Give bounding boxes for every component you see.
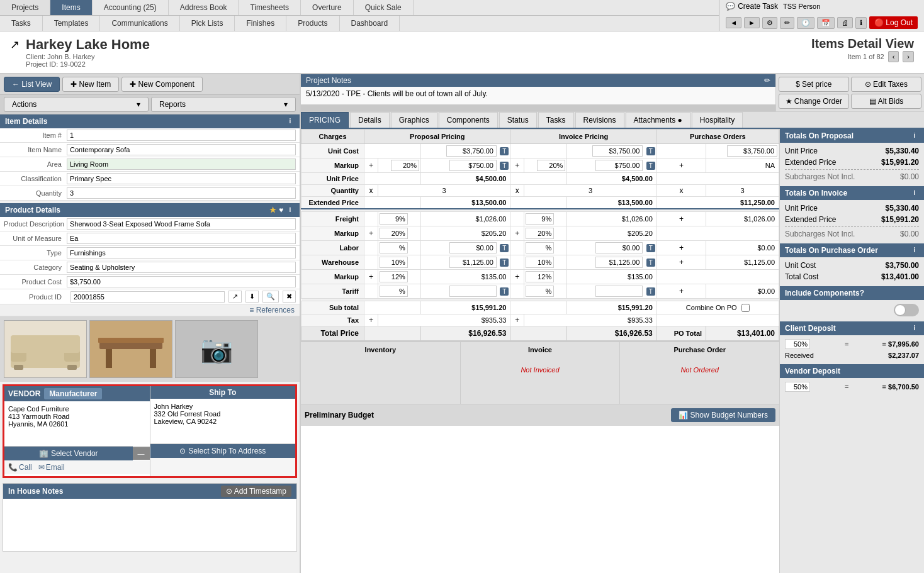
- settings-icon[interactable]: ⚙: [762, 17, 777, 29]
- tab-components[interactable]: Components: [439, 112, 498, 128]
- tab-attachments[interactable]: Attachments ●: [626, 112, 690, 128]
- alt-bids-button[interactable]: ▤ Alt Bids: [851, 94, 921, 109]
- tariff-pct-proposal[interactable]: [380, 286, 408, 297]
- select-ship-address-button[interactable]: ⊙ ⊙ Select Ship To Address Select Ship T…: [150, 444, 296, 458]
- product-search-icon[interactable]: ↗: [228, 291, 242, 303]
- classification-input[interactable]: [67, 173, 296, 184]
- t-badge-labor-p[interactable]: T: [500, 244, 509, 252]
- freight-markup-pct-proposal[interactable]: [380, 228, 408, 239]
- select-vendor-button[interactable]: 🏢 🏢 Select Vendor Select Vendor: [4, 447, 133, 460]
- heart-icon[interactable]: ♥: [279, 206, 283, 214]
- vendor-deposit-pct-input[interactable]: [785, 382, 810, 392]
- tariff-pct-invoice[interactable]: [526, 286, 554, 297]
- tab-graphics[interactable]: Graphics: [391, 112, 437, 128]
- wh-markup-pct-proposal[interactable]: [380, 271, 408, 282]
- unit-cost-invoice[interactable]: [592, 145, 643, 157]
- t-badge-invoice-cost[interactable]: T: [646, 147, 655, 155]
- t-badge-wh-p[interactable]: T: [500, 259, 509, 267]
- tab-details[interactable]: Details: [350, 112, 390, 128]
- t-badge-wh-i[interactable]: T: [646, 259, 655, 267]
- new-item-button[interactable]: ✚ New Item: [62, 77, 119, 92]
- labor-val-proposal[interactable]: [449, 242, 497, 253]
- nav-tab-items[interactable]: Items: [50, 0, 92, 15]
- external-link-icon[interactable]: ↗: [10, 38, 20, 52]
- nav-tab-overture[interactable]: Overture: [301, 0, 354, 15]
- in-house-notes-textarea[interactable]: [3, 499, 296, 549]
- product-description-input[interactable]: [67, 218, 296, 230]
- star-icon[interactable]: ★: [269, 206, 276, 214]
- labor-pct-invoice[interactable]: [526, 242, 554, 253]
- area-input[interactable]: [67, 159, 296, 170]
- email-link[interactable]: ✉ ✉ Email Email: [38, 463, 65, 472]
- proposal-totals-info-icon[interactable]: i: [910, 131, 919, 140]
- labor-pct-proposal[interactable]: [380, 242, 408, 253]
- nav-tab-projects[interactable]: Projects: [0, 0, 50, 15]
- product-info-icon[interactable]: i: [286, 206, 295, 214]
- markup-pct-proposal[interactable]: [391, 160, 419, 171]
- freight-pct-proposal[interactable]: [380, 213, 408, 225]
- pencil-icon[interactable]: ✏: [780, 17, 794, 29]
- product-cost-input[interactable]: [67, 276, 296, 287]
- show-budget-numbers-button[interactable]: 📊 📊 Show Budget Numbers Show Budget Numb…: [671, 408, 775, 422]
- create-task-button[interactable]: 💬 💬 Create Task Create Task: [726, 2, 778, 11]
- tab-pricing[interactable]: PRICING: [301, 112, 349, 128]
- product-clear-icon[interactable]: ✖: [283, 291, 296, 303]
- t-badge-proposal-cost[interactable]: T: [500, 147, 509, 155]
- markup-val-invoice[interactable]: [595, 160, 643, 171]
- calendar-icon[interactable]: 📅: [817, 17, 835, 29]
- client-deposit-info-icon[interactable]: i: [910, 324, 919, 333]
- t-badge-markup-i[interactable]: T: [646, 162, 655, 170]
- wh-markup-pct-invoice[interactable]: [526, 271, 554, 282]
- tab-tasks[interactable]: Tasks: [538, 112, 574, 128]
- markup-pct-invoice[interactable]: [537, 160, 565, 171]
- edit-taxes-button[interactable]: ⊙ Edit Taxes: [851, 77, 921, 92]
- tab-status[interactable]: Status: [499, 112, 537, 128]
- invoice-totals-info-icon[interactable]: i: [910, 189, 919, 197]
- print-icon[interactable]: 🖨: [837, 17, 853, 28]
- labor-val-invoice[interactable]: [595, 242, 643, 253]
- nav-tab-communications[interactable]: Communications: [100, 16, 179, 31]
- t-badge-tariff-i[interactable]: T: [646, 287, 655, 296]
- include-components-toggle[interactable]: [894, 304, 919, 316]
- info-icon-nav[interactable]: ℹ: [855, 17, 867, 29]
- quantity-input[interactable]: [67, 187, 296, 199]
- unit-of-measure-input[interactable]: [67, 233, 296, 244]
- product-id-input[interactable]: [70, 291, 225, 303]
- category-input[interactable]: [67, 262, 296, 273]
- product-zoom-icon[interactable]: 🔍: [262, 291, 279, 303]
- freight-markup-pct-invoice[interactable]: [526, 228, 554, 239]
- unit-cost-proposal[interactable]: [446, 145, 497, 157]
- markup-val-proposal[interactable]: [449, 160, 497, 171]
- freight-pct-invoice[interactable]: [526, 213, 554, 225]
- nav-prev-icon[interactable]: ◄: [726, 17, 741, 28]
- tab-hospitality[interactable]: Hospitality: [692, 112, 743, 128]
- warehouse-pct-proposal[interactable]: [380, 257, 408, 268]
- remove-vendor-button[interactable]: —: [133, 447, 150, 460]
- list-view-button[interactable]: ← List View: [4, 77, 60, 92]
- product-download-icon[interactable]: ⬇: [245, 291, 259, 303]
- product-image-sofa[interactable]: [4, 320, 87, 378]
- clock-icon[interactable]: 🕐: [797, 17, 814, 29]
- type-input[interactable]: [67, 247, 296, 259]
- project-notes-edit-icon[interactable]: ✏: [764, 76, 770, 85]
- set-price-button[interactable]: $ $ Set price Set price: [779, 77, 849, 92]
- nav-tab-timesheets[interactable]: Timesheets: [239, 0, 301, 15]
- warehouse-pct-invoice[interactable]: [526, 257, 554, 268]
- unit-cost-po[interactable]: [727, 145, 777, 157]
- po-totals-info-icon[interactable]: i: [910, 246, 919, 255]
- nav-tab-address-book[interactable]: Address Book: [169, 0, 239, 15]
- tariff-val-invoice[interactable]: [595, 286, 643, 297]
- warehouse-val-proposal[interactable]: [449, 257, 497, 268]
- logout-button[interactable]: 🔴 Log Out: [869, 16, 918, 29]
- nav-tab-finishes[interactable]: Finishes: [235, 16, 286, 31]
- nav-tab-quick-sale[interactable]: Quick Sale: [354, 0, 414, 15]
- nav-tab-pick-lists[interactable]: Pick Lists: [180, 16, 235, 31]
- item-next-button[interactable]: ›: [903, 51, 914, 62]
- product-image-table[interactable]: [89, 320, 172, 378]
- nav-next-icon[interactable]: ►: [744, 17, 760, 28]
- vendor-manufacturer-tab[interactable]: Manufacturer: [44, 388, 102, 399]
- item-details-info-icon[interactable]: i: [286, 117, 295, 126]
- warehouse-val-invoice[interactable]: [595, 257, 643, 268]
- item-prev-button[interactable]: ‹: [888, 51, 899, 62]
- client-deposit-pct-input[interactable]: [785, 339, 810, 349]
